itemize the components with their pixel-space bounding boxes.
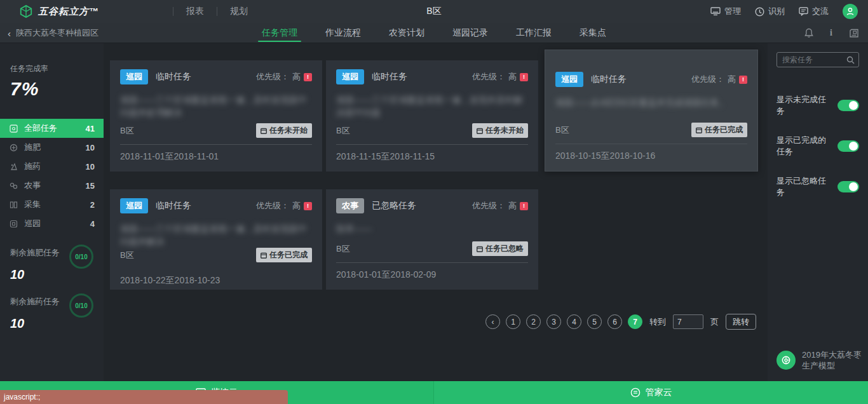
task-status-badge: 任务已完成 <box>256 248 312 262</box>
sub-bar: ‹ 陕西大荔冬枣种植园区 任务管理 作业流程 农资计划 巡园记录 工作汇报 采集… <box>0 23 868 43</box>
board-icon[interactable] <box>849 29 859 38</box>
blurred-description: 巡园——从A区到C区覆盖并完成巡园任务。 <box>555 96 747 110</box>
top-nav: 报表 规划 <box>160 6 248 17</box>
toggle-label: 显示已完成的任务 <box>776 135 834 158</box>
task-card-selected[interactable]: 巡园 临时任务 优先级：高 ! 巡园——从A区到C区覆盖并完成巡园任务。 B区 … <box>545 50 758 172</box>
priority-value: 高 <box>292 71 301 83</box>
page-button-5[interactable]: 5 <box>587 314 602 329</box>
priority-high-icon: ! <box>304 73 312 81</box>
task-area: B区 <box>336 243 350 255</box>
task-card[interactable]: 巡园 临时任务 优先级：高 ! 巡园——三个区域覆盖巡视一遍，发现并及时解决园中… <box>326 60 538 172</box>
app-window: 五谷耘立方™ 报表 规划 B区 管理 识别 交流 <box>0 0 868 404</box>
page-button-3[interactable]: 3 <box>546 314 561 329</box>
card-meta-row: B区 任务已忽略 <box>336 241 528 256</box>
sidebar-item-fertilize[interactable]: 施肥 10 <box>0 138 104 157</box>
priority-value: 高 <box>508 200 517 212</box>
status-calendar-icon <box>477 128 483 134</box>
sidebar-item-patrol[interactable]: 巡园 4 <box>0 214 104 233</box>
page-number-input[interactable] <box>673 314 703 329</box>
status-text: 任务未开始 <box>269 125 308 136</box>
sidebar-item-count: 15 <box>86 181 95 191</box>
footer-tab-manager-cloud[interactable]: 管家云 <box>434 381 868 404</box>
production-model-link[interactable]: 2019年大荔冬枣 生产模型 <box>776 349 862 371</box>
status-text: 任务未开始 <box>485 125 524 136</box>
task-area: B区 <box>336 125 350 137</box>
tab-agri-materials-plan[interactable]: 农资计划 <box>389 23 424 43</box>
top-right-actions: 管理 识别 交流 <box>710 4 868 19</box>
toggle-knob <box>849 101 858 110</box>
sidebar-item-collect[interactable]: 采集 2 <box>0 195 104 214</box>
remaining-spray-value: 10 <box>10 316 93 331</box>
sidebar-item-farming[interactable]: 农事 15 <box>0 176 104 195</box>
user-avatar[interactable] <box>843 4 858 19</box>
manage-label: 管理 <box>724 6 741 17</box>
priority: 优先级：高 ! <box>472 71 528 83</box>
blurred-description: 巡园——三个区域覆盖巡视一遍，及时发现园中问题并处理解决 <box>120 93 312 120</box>
page-button-active[interactable]: 7 <box>628 314 642 329</box>
bell-icon[interactable] <box>804 28 813 38</box>
task-card[interactable]: 巡园 临时任务 优先级：高 ! 巡园——三个区域覆盖巡视一遍，及时发现园中问题并… <box>110 189 322 290</box>
recognize-link[interactable]: 识别 <box>755 6 785 17</box>
nav-reports[interactable]: 报表 <box>186 6 204 17</box>
page-button-4[interactable]: 4 <box>567 314 581 329</box>
remaining-fertilize-value: 10 <box>10 267 93 282</box>
page-button-1[interactable]: 1 <box>506 314 520 329</box>
show-finished-toggle[interactable] <box>837 140 859 152</box>
jump-button[interactable]: 跳转 <box>726 314 756 330</box>
task-type-badge: 巡园 <box>120 69 148 84</box>
card-header: 农事 已忽略任务 优先级：高 ! <box>336 198 528 213</box>
priority: 优先级：高 ! <box>472 200 528 212</box>
divider <box>336 262 528 263</box>
task-card[interactable]: 农事 已忽略任务 优先级：高 ! 除草—— B区 任务已忽略 2018-01-0… <box>326 189 538 290</box>
show-ignored-toggle[interactable] <box>837 181 859 192</box>
tab-task-management[interactable]: 任务管理 <box>262 23 297 43</box>
communicate-link[interactable]: 交流 <box>799 6 829 17</box>
filter-unfinished-row: 显示未完成任务 <box>776 94 859 117</box>
status-calendar-icon <box>261 252 267 259</box>
nav-planning[interactable]: 规划 <box>230 6 248 17</box>
tab-patrol-records[interactable]: 巡园记录 <box>452 23 488 43</box>
status-text: 任务已忽略 <box>485 243 524 254</box>
task-type-badge: 巡园 <box>336 69 364 84</box>
task-card[interactable]: 巡园 临时任务 优先级：高 ! 巡园——三个区域覆盖巡视一遍，及时发现园中问题并… <box>110 60 322 172</box>
priority-label: 优先级： <box>256 71 289 83</box>
page-button-6[interactable]: 6 <box>607 314 622 329</box>
sidebar-item-all-tasks[interactable]: 全部任务 41 <box>0 119 104 138</box>
task-date-range: 2018-11-01至2018-11-01 <box>120 151 312 164</box>
recognize-label: 识别 <box>768 6 785 17</box>
sidebar-item-count: 41 <box>86 124 95 133</box>
task-date-range: 2018-11-15至2018-11-15 <box>336 151 528 164</box>
manage-link[interactable]: 管理 <box>710 6 741 17</box>
sidebar-item-count: 10 <box>86 143 95 152</box>
task-date-range: 2018-10-22至2018-10-23 <box>120 275 312 288</box>
card-meta-row: B区 任务已完成 <box>120 248 312 262</box>
sidebar-item-count: 2 <box>90 200 95 210</box>
completion-rate-label: 任务完成率 <box>0 43 104 78</box>
tab-work-report[interactable]: 工作汇报 <box>516 23 552 43</box>
subbar-icons: i <box>804 23 859 43</box>
card-header: 巡园 临时任务 优先级：高 ! <box>120 198 312 213</box>
show-unfinished-toggle[interactable] <box>837 100 859 111</box>
patrol-icon <box>9 219 18 228</box>
communicate-label: 交流 <box>812 6 829 17</box>
page-button-2[interactable]: 2 <box>526 314 541 329</box>
sidebar-item-spray[interactable]: 施药 10 <box>0 157 104 176</box>
tab-collection-points[interactable]: 采集点 <box>580 23 606 43</box>
priority-label: 优先级： <box>472 71 505 83</box>
divider <box>173 7 173 16</box>
search-icon[interactable] <box>846 56 855 64</box>
monitor-icon <box>710 7 721 16</box>
priority-high-icon: ! <box>520 202 528 210</box>
model-label-line1: 2019年大荔冬枣 <box>802 350 862 360</box>
task-search-box <box>776 52 859 67</box>
priority: 优先级：高 ! <box>256 71 312 83</box>
card-meta-row: B区 任务未开始 <box>120 123 312 138</box>
blurred-description: 除草—— <box>336 222 528 236</box>
prev-page-button[interactable]: ‹ <box>485 314 500 329</box>
tab-bar: 任务管理 作业流程 农资计划 巡园记录 工作汇报 采集点 <box>0 23 868 43</box>
fertilize-icon <box>9 143 18 152</box>
tab-work-flow[interactable]: 作业流程 <box>325 23 361 43</box>
brand-logo[interactable]: 五谷耘立方™ <box>0 4 99 18</box>
info-icon[interactable]: i <box>830 28 832 38</box>
goto-label: 转到 <box>649 316 666 328</box>
